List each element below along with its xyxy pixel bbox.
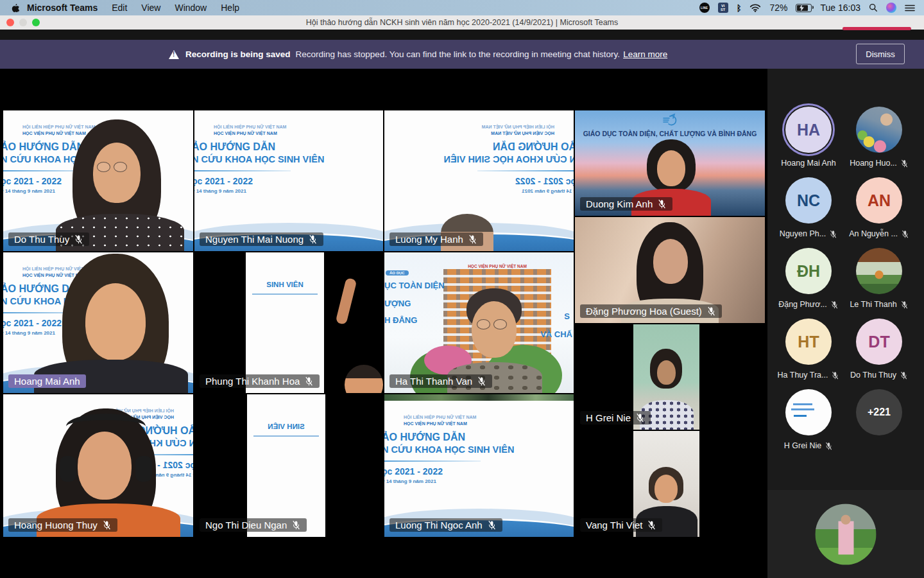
avatar-photo [785, 389, 832, 435]
slide-strip: SINH VIÊN [246, 252, 324, 393]
mic-off-icon [102, 520, 112, 530]
participant-cell[interactable]: HA Hoang Mai Anh [773, 107, 844, 168]
participant-cell[interactable]: DT Do Thu Thuy [844, 319, 914, 380]
name-label: Ngo Thi Dieu Ngan [200, 518, 307, 532]
learn-more-link[interactable]: Learn more [623, 49, 667, 59]
webcam-sliver [384, 394, 574, 401]
mic-off-icon [706, 306, 716, 316]
avatar: HT [785, 319, 832, 365]
mic-off-icon [635, 413, 645, 423]
control-center-icon[interactable] [905, 4, 915, 12]
battery-icon [796, 4, 812, 12]
teams-meeting-screen: Microsoft Teams Edit View Window Help LI… [0, 0, 924, 578]
participant-cell[interactable]: NC Nguyen Ph... [773, 177, 844, 238]
video-tile[interactable]: HỘI LIÊN HIỆP PHỤ NỮ VIỆT NAM HỌC VIỆN P… [3, 394, 193, 537]
menu-edit[interactable]: Edit [105, 3, 134, 13]
participant-name: Hoang Mai Anh [781, 159, 835, 168]
slide-title1: ẢO HƯỚNG DẪN [3, 141, 84, 153]
menu-window[interactable]: Window [167, 3, 214, 13]
headphone-cup [135, 456, 152, 482]
mic-off-icon [308, 234, 318, 244]
recording-banner: Recording is being saved Recording has s… [0, 40, 924, 69]
participant-name: H Grei Nie [784, 441, 821, 450]
menu-view[interactable]: View [134, 3, 167, 13]
video-tile[interactable]: Đặng Phương Hoa (Guest) [575, 217, 765, 323]
overflow-count: +221 [856, 389, 902, 435]
meeting-toolbar-strip [0, 30, 924, 40]
participant-cell[interactable]: Hoang Huo... [844, 107, 914, 168]
mic-off-icon [831, 371, 839, 380]
video-tile[interactable]: HỌC VIỆN PHỤ NỮ VIỆT NAM ÁO DỤC ỤC TOÀN … [384, 252, 574, 393]
mic-off-icon [901, 230, 909, 238]
avatar-photo [856, 248, 902, 294]
presentation-slide: HỘI LIÊN HIỆP PHỤ NỮ VIỆT NAM HỌC VIỆN P… [384, 394, 574, 537]
mic-off-icon [487, 520, 497, 530]
avatar-photo [856, 107, 902, 153]
video-tile[interactable]: HỘI LIÊN HIỆP PHỤ NỮ VIỆT NAM HỌC VIỆN P… [194, 110, 383, 251]
mic-off-icon [647, 520, 656, 530]
mic-off-icon [825, 442, 833, 450]
avatar: DT [856, 319, 902, 365]
video-tile[interactable]: HỘI LIÊN HIỆP PHỤ NỮ VIỆT NAM HỌC VIỆN P… [384, 110, 574, 251]
name-label: Luong Thi Ngoc Anh [389, 518, 502, 532]
hand [336, 277, 357, 325]
participant-cell[interactable]: H Grei Nie [773, 389, 844, 450]
video-tile[interactable]: H Grei Nie [575, 324, 765, 430]
video-tile[interactable]: GIÁO DỤC TOÀN DIỆN, CHẤT LƯỢNG VÀ BÌNH Đ… [575, 110, 765, 216]
banner-slogan: GIÁO DỤC TOÀN DIỆN, CHẤT LƯỢNG VÀ BÌNH Đ… [575, 130, 765, 137]
video-tile[interactable]: Vang Thi Viet [575, 431, 765, 537]
mic-off-icon [291, 520, 301, 530]
presentation-slide: HỘI LIÊN HIỆP PHỤ NỮ VIỆT NAM HỌC VIỆN P… [194, 110, 383, 251]
vist-badge[interactable]: VIST [718, 3, 728, 13]
participant-name: Ha Thuy Tra... [778, 371, 828, 380]
mic-off-icon [830, 301, 839, 309]
video-tile[interactable]: SINH VIÊN Phung Thi Khanh Hoa [194, 252, 383, 393]
line-icon[interactable]: LINE [699, 3, 710, 13]
name-label: Nguyen Thi Mai Nuong [200, 232, 323, 246]
participant-name: Le Thi Thanh [850, 300, 896, 309]
participant-cell[interactable]: HT Ha Thuy Tra... [773, 319, 844, 380]
video-tile[interactable]: SINH VIÊN Ngo Thi Dieu Ngan [194, 394, 383, 537]
window-title-bar: Hội thảo hướng dẫn NCKH sinh viên năm họ… [0, 15, 924, 30]
avatar: ĐH [785, 248, 832, 294]
headphones-band [66, 414, 146, 439]
participant-name: Đặng Phươ... [778, 300, 827, 309]
avatar: NC [785, 177, 832, 223]
slide-strip-mirrored: SINH VIÊN [247, 394, 325, 537]
dismiss-button[interactable]: Dismiss [856, 44, 905, 64]
name-label: H Grei Nie [580, 411, 651, 425]
self-avatar [816, 504, 877, 565]
name-label: Hoang Huong Thuy [8, 518, 117, 532]
bluetooth-icon[interactable]: ᛒ [737, 3, 742, 13]
name-label: Luong My Hanh [389, 232, 483, 246]
menu-clock[interactable]: Tue 16:03 [820, 3, 860, 13]
video-stage: HỘI LIÊN HIỆP PHỤ NỮ VIỆT NAM HỌC VIỆN P… [0, 69, 767, 578]
slide-org1: HỘI LIÊN HIỆP PHỤ NỮ VIỆT NAM [22, 125, 95, 129]
participant-name: Nguyen Ph... [780, 229, 826, 238]
video-tile[interactable]: HỘI LIÊN HIỆP PHỤ NỮ VIỆT NAM HỌC VIỆN P… [3, 252, 193, 393]
window-title: Hội thảo hướng dẫn NCKH sinh viên năm họ… [0, 18, 924, 27]
mic-off-icon [900, 301, 909, 309]
overflow-cell[interactable]: +221 [844, 389, 914, 435]
video-tile[interactable]: HỘI LIÊN HIỆP PHỤ NỮ VIỆT NAM HỌC VIỆN P… [3, 110, 193, 251]
mic-off-icon [657, 199, 667, 209]
battery-percent: 72% [769, 3, 787, 13]
apple-menu-icon[interactable] [12, 3, 20, 13]
name-label: Duong Kim Anh [580, 197, 672, 211]
wifi-icon[interactable] [749, 4, 761, 12]
warning-icon [169, 50, 179, 59]
child-face [345, 365, 383, 393]
self-view-panel[interactable] [767, 490, 924, 578]
menu-app-name[interactable]: Microsoft Teams [20, 3, 105, 13]
participant-cell[interactable]: AN An Nguyễn ... [844, 177, 914, 238]
macos-menu-bar: Microsoft Teams Edit View Window Help LI… [0, 0, 924, 15]
participant-cell[interactable]: ĐH Đặng Phươ... [773, 248, 844, 309]
siri-icon[interactable] [886, 3, 896, 13]
video-tile[interactable]: HỘI LIÊN HIỆP PHỤ NỮ VIỆT NAM HỌC VIỆN P… [384, 394, 574, 537]
menu-help[interactable]: Help [214, 3, 246, 13]
participant-cell[interactable]: Le Thi Thanh [844, 248, 914, 309]
slide-year: ọc 2021 - 2022 [3, 176, 62, 186]
search-icon[interactable] [869, 3, 878, 12]
name-label: Ha Thi Thanh Van [389, 374, 492, 388]
name-label: Do Thu Thuy [8, 232, 89, 246]
